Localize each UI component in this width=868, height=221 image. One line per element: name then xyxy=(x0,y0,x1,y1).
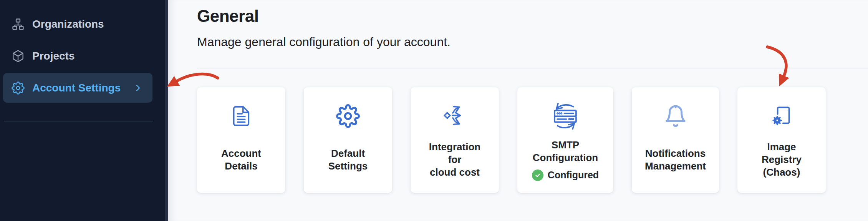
document-icon xyxy=(230,103,252,130)
card-default-settings[interactable]: DefaultSettings xyxy=(304,87,392,193)
sidebar-divider xyxy=(4,121,153,121)
page-title: General xyxy=(197,6,868,26)
check-circle-icon xyxy=(532,169,543,181)
sidebar-item-label: Account Settings xyxy=(32,82,121,94)
sidebar-item-organizations[interactable]: Organizations xyxy=(3,9,152,39)
image-registry-gear-icon xyxy=(769,103,794,130)
org-chart-icon xyxy=(12,18,25,31)
card-smtp-configuration[interactable]: SMTPConfiguration Configured xyxy=(517,87,613,193)
card-title: Integrationforcloud cost xyxy=(429,141,480,179)
page-subtitle: Manage general configuration of your acc… xyxy=(197,35,868,49)
sidebar-item-label: Organizations xyxy=(32,18,104,30)
chevron-right-icon xyxy=(133,83,142,93)
card-title: SMTPConfiguration xyxy=(533,139,598,164)
card-image-registry-chaos[interactable]: ImageRegistry(Chaos) xyxy=(737,87,826,193)
card-notifications-management[interactable]: NotificationsManagement xyxy=(632,87,719,193)
integration-arrows-icon xyxy=(442,103,468,130)
card-title: DefaultSettings xyxy=(328,147,368,173)
section-divider xyxy=(197,68,868,68)
status-label: Configured xyxy=(548,169,599,181)
settings-page: { "sidebar": { "items": [ { "label": "Or… xyxy=(0,0,868,221)
settings-cards-grid: AccountDetails DefaultSettings xyxy=(197,87,868,193)
sidebar-item-projects[interactable]: Projects xyxy=(3,41,152,71)
card-title: ImageRegistry(Chaos) xyxy=(762,141,802,179)
sidebar: Organizations Projects Account Settings xyxy=(0,0,168,221)
cube-icon xyxy=(12,50,25,63)
main-content: General Manage general configuration of … xyxy=(168,0,868,221)
card-title: AccountDetails xyxy=(221,147,261,173)
card-title: NotificationsManagement xyxy=(645,147,706,173)
sidebar-item-label: Projects xyxy=(32,50,75,62)
status-badge: Configured xyxy=(532,169,599,181)
sidebar-nav: Organizations Projects Account Settings xyxy=(0,0,165,103)
gear-icon xyxy=(12,81,25,95)
smtp-server-sync-icon xyxy=(549,103,582,130)
bell-icon xyxy=(664,103,687,130)
gear-icon xyxy=(336,103,360,130)
sidebar-item-account-settings[interactable]: Account Settings xyxy=(3,73,152,103)
card-integration-cloud-cost[interactable]: Integrationforcloud cost xyxy=(411,87,499,193)
card-account-details[interactable]: AccountDetails xyxy=(197,87,285,193)
